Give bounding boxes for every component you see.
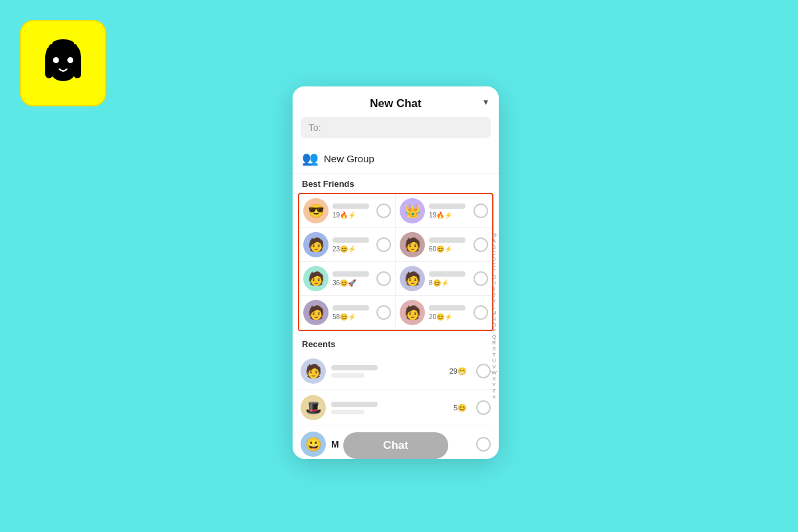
friend-score-7: 58😊⚡ <box>332 313 372 321</box>
friend-info-1: 19🔥⚡ <box>332 203 372 219</box>
svg-rect-3 <box>50 42 53 45</box>
recent-avatar-1: 🧑 <box>301 358 326 384</box>
recent-avatar-3: 😀 <box>301 432 326 457</box>
friend-avatar-5: 🧑 <box>303 266 329 291</box>
svg-rect-8 <box>47 78 49 81</box>
alpha-u[interactable]: U <box>492 358 496 364</box>
alphabet-sidebar[interactable]: @ A B C D E F G H I J K L M N O P Q R S … <box>489 174 499 459</box>
recents-list: 🧑 29😁 🎩 5😊 <box>293 353 499 459</box>
recent-select-3[interactable] <box>476 437 491 452</box>
alpha-c[interactable]: C <box>492 251 496 256</box>
friend-avatar-6: 🧑 <box>400 266 425 291</box>
new-group-icon: 👥 <box>302 150 319 166</box>
alpha-x[interactable]: X <box>492 376 495 382</box>
alpha-t[interactable]: T <box>493 352 496 358</box>
friend-score-4: 60😊⚡ <box>429 245 469 253</box>
alpha-w[interactable]: W <box>491 370 497 376</box>
alpha-f[interactable]: F <box>493 269 496 274</box>
friend-cell-6[interactable]: 🧑 8😊⚡ <box>396 262 492 296</box>
friend-cell-5[interactable]: 🧑 36😊🚀 <box>299 262 396 296</box>
recent-name-bar-1 <box>331 365 378 370</box>
alpha-g[interactable]: G <box>492 275 496 280</box>
recent-name-bar-2 <box>331 402 378 407</box>
friend-cell-4[interactable]: 🧑 60😊⚡ <box>396 228 492 262</box>
chat-button[interactable]: Chat <box>343 432 448 459</box>
modal-header: New Chat ▾ <box>293 86 499 117</box>
friend-cell-8[interactable]: 🧑 20😊⚡ <box>396 296 492 330</box>
friend-avatar-2: 👑 <box>400 198 425 223</box>
snapchat-logo <box>20 20 106 106</box>
friend-info-5: 36😊🚀 <box>332 271 372 287</box>
friend-name-bar-6 <box>429 271 466 277</box>
recent-score-1: 29😁 <box>450 367 467 376</box>
alpha-b[interactable]: B <box>492 245 495 250</box>
new-group-row[interactable]: 👥 New Group <box>293 144 499 174</box>
recent-select-2[interactable] <box>476 400 491 415</box>
friend-select-2[interactable] <box>473 203 488 218</box>
alpha-h[interactable]: H <box>492 281 496 286</box>
recent-item-3[interactable]: 😀 M Chat <box>298 426 493 459</box>
alpha-v[interactable]: V <box>492 364 495 370</box>
friend-name-bar-4 <box>429 237 466 243</box>
friend-avatar-8: 🧑 <box>400 300 425 325</box>
friend-cell-7[interactable]: 🧑 58😊⚡ <box>299 296 396 330</box>
recent-item-2[interactable]: 🎩 5😊 <box>298 390 493 426</box>
friend-name-bar-2 <box>429 203 466 209</box>
alpha-hash[interactable]: # <box>493 394 495 400</box>
svg-rect-6 <box>78 42 80 45</box>
friend-select-7[interactable] <box>376 305 391 320</box>
svg-point-1 <box>67 57 73 63</box>
alpha-s[interactable]: S <box>492 346 495 352</box>
friend-select-8[interactable] <box>473 305 488 320</box>
friend-info-7: 58😊⚡ <box>332 305 372 321</box>
friend-select-6[interactable] <box>473 271 488 286</box>
alpha-z[interactable]: Z <box>493 388 496 394</box>
friend-cell-3[interactable]: 🧑 23😊⚡ <box>299 228 396 262</box>
alpha-j[interactable]: J <box>493 293 495 298</box>
alpha-at[interactable]: @ <box>491 233 497 238</box>
alpha-o[interactable]: O <box>492 323 496 328</box>
new-chat-modal: New Chat ▾ To: 👥 New Group @ A B C D E F… <box>293 86 499 459</box>
friend-score-2: 19🔥⚡ <box>429 211 469 219</box>
svg-rect-7 <box>78 45 80 48</box>
to-input[interactable]: To: <box>301 117 491 138</box>
friend-select-5[interactable] <box>376 271 391 286</box>
recent-item-1[interactable]: 🧑 29😁 <box>298 353 493 390</box>
friend-select-3[interactable] <box>376 237 391 252</box>
recents-title: Recents <box>293 334 499 353</box>
recent-select-1[interactable] <box>476 364 491 378</box>
best-friends-grid: 😎 19🔥⚡ 👑 19🔥⚡ <box>298 193 493 331</box>
friend-select-1[interactable] <box>376 203 391 218</box>
friend-score-5: 36😊🚀 <box>332 279 372 287</box>
recent-sub-bar-2 <box>331 410 364 414</box>
svg-rect-4 <box>47 45 49 48</box>
friend-cell-2[interactable]: 👑 19🔥⚡ <box>396 194 492 228</box>
new-group-label: New Group <box>324 153 374 164</box>
chevron-down-icon[interactable]: ▾ <box>483 96 488 107</box>
svg-rect-9 <box>50 78 53 81</box>
recent-sub-bar-1 <box>331 373 364 378</box>
friend-avatar-3: 🧑 <box>303 232 329 257</box>
friend-select-4[interactable] <box>473 237 488 252</box>
alpha-n[interactable]: N <box>492 317 496 322</box>
to-field-wrap: To: <box>293 117 499 144</box>
alpha-m[interactable]: M <box>492 311 497 316</box>
friend-score-6: 8😊⚡ <box>429 279 469 287</box>
recents-section: Recents 🧑 29😁 🎩 <box>293 334 499 459</box>
alpha-d[interactable]: D <box>492 257 496 262</box>
friend-name-bar-3 <box>332 237 369 243</box>
alpha-e[interactable]: E <box>492 263 495 268</box>
alpha-a[interactable]: A <box>492 239 495 244</box>
alpha-y[interactable]: Y <box>492 382 495 388</box>
alpha-q[interactable]: Q <box>492 334 496 340</box>
friend-info-6: 8😊⚡ <box>429 271 469 287</box>
alpha-i[interactable]: I <box>493 287 495 292</box>
recent-avatar-2: 🎩 <box>301 395 326 420</box>
friend-score-8: 20😊⚡ <box>429 313 469 321</box>
alpha-p[interactable]: P <box>492 329 495 334</box>
alpha-k[interactable]: K <box>492 299 495 304</box>
alpha-l[interactable]: L <box>493 305 495 310</box>
friend-cell-1[interactable]: 😎 19🔥⚡ <box>299 194 396 228</box>
alpha-r[interactable]: R <box>492 340 496 346</box>
friend-avatar-1: 😎 <box>303 198 329 223</box>
